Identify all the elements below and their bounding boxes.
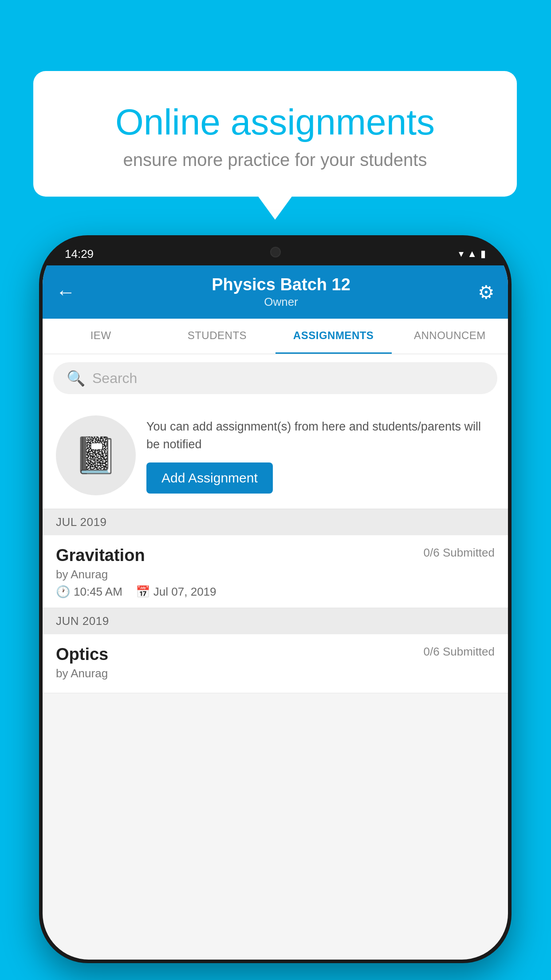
- promo-card: 📓 You can add assignment(s) from here an…: [43, 402, 508, 509]
- speech-bubble-subtitle: ensure more practice for your students: [69, 150, 481, 170]
- assignment-date: 📅 Jul 07, 2019: [136, 585, 216, 599]
- app-bar-title-block: Physics Batch 12 Owner: [84, 275, 478, 309]
- assignment-by: by Anurag: [56, 568, 495, 581]
- speech-bubble-container: Online assignments ensure more practice …: [33, 71, 517, 197]
- assignment-by-optics: by Anurag: [56, 667, 495, 680]
- promo-icon-circle: 📓: [56, 415, 136, 495]
- status-icons: ▾ ▲ ▮: [459, 248, 486, 260]
- tab-iew[interactable]: IEW: [43, 319, 159, 354]
- assignment-time: 🕐 10:45 AM: [56, 585, 122, 599]
- assignment-submitted: 0/6 Submitted: [424, 546, 495, 560]
- app-bar-subtitle: Owner: [84, 295, 478, 309]
- settings-icon[interactable]: ⚙: [478, 281, 495, 303]
- screen-content: ← Physics Batch 12 Owner ⚙ IEW STUDENTS …: [43, 265, 508, 960]
- promo-description: You can add assignment(s) from here and …: [146, 418, 495, 454]
- tab-announcements[interactable]: ANNOUNCEM: [392, 319, 508, 354]
- search-icon: 🔍: [67, 369, 85, 387]
- speech-bubble-title: Online assignments: [69, 102, 481, 142]
- tabs-bar: IEW STUDENTS ASSIGNMENTS ANNOUNCEM: [43, 319, 508, 354]
- clock-icon: 🕐: [56, 585, 70, 599]
- front-camera: [270, 247, 281, 257]
- assignment-top-row: Gravitation 0/6 Submitted: [56, 546, 495, 565]
- calendar-icon: 📅: [136, 585, 150, 599]
- promo-text-block: You can add assignment(s) from here and …: [146, 418, 495, 494]
- back-button[interactable]: ←: [56, 281, 75, 303]
- section-header-jul: JUL 2019: [43, 509, 508, 535]
- signal-icon: ▲: [467, 248, 477, 260]
- app-bar: ← Physics Batch 12 Owner ⚙: [43, 265, 508, 319]
- search-input[interactable]: Search: [92, 370, 137, 387]
- assignment-name: Gravitation: [56, 546, 145, 565]
- phone-notch: [227, 239, 324, 262]
- notebook-icon: 📓: [74, 435, 118, 476]
- add-assignment-button[interactable]: Add Assignment: [146, 462, 273, 494]
- assignment-top-row-optics: Optics 0/6 Submitted: [56, 645, 495, 664]
- section-header-jun: JUN 2019: [43, 608, 508, 634]
- assignment-submitted-optics: 0/6 Submitted: [424, 645, 495, 659]
- status-time: 14:29: [65, 247, 94, 261]
- assignment-item-optics[interactable]: Optics 0/6 Submitted by Anurag: [43, 634, 508, 693]
- phone-frame: 14:29 ▾ ▲ ▮ ← Physics Batch 12 Owner ⚙: [39, 235, 512, 963]
- assignment-item-gravitation[interactable]: Gravitation 0/6 Submitted by Anurag 🕐 10…: [43, 535, 508, 608]
- tab-students[interactable]: STUDENTS: [159, 319, 275, 354]
- wifi-icon: ▾: [459, 248, 464, 260]
- app-bar-title: Physics Batch 12: [84, 275, 478, 294]
- assignment-meta: 🕐 10:45 AM 📅 Jul 07, 2019: [56, 585, 495, 599]
- search-bar[interactable]: 🔍 Search: [53, 362, 497, 394]
- search-container: 🔍 Search: [43, 354, 508, 402]
- phone-inner: 14:29 ▾ ▲ ▮ ← Physics Batch 12 Owner ⚙: [43, 239, 508, 960]
- tab-assignments[interactable]: ASSIGNMENTS: [276, 319, 392, 354]
- battery-icon: ▮: [480, 248, 486, 260]
- speech-bubble: Online assignments ensure more practice …: [33, 71, 517, 197]
- assignment-name-optics: Optics: [56, 645, 108, 664]
